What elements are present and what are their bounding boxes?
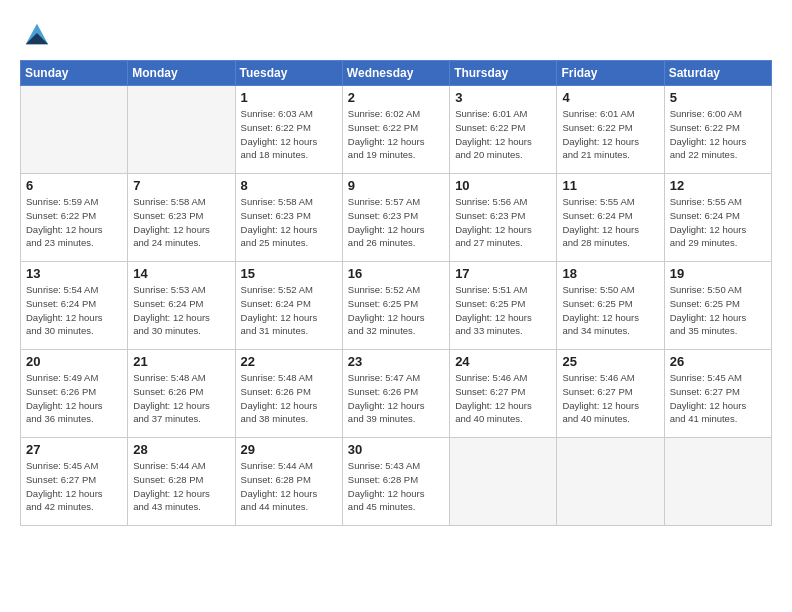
- day-number: 3: [455, 90, 552, 105]
- calendar-cell: 14Sunrise: 5:53 AM Sunset: 6:24 PM Dayli…: [128, 262, 235, 350]
- calendar-cell: 25Sunrise: 5:46 AM Sunset: 6:27 PM Dayli…: [557, 350, 664, 438]
- day-info: Sunrise: 5:47 AM Sunset: 6:26 PM Dayligh…: [348, 371, 445, 426]
- day-number: 19: [670, 266, 767, 281]
- calendar-weekday-wednesday: Wednesday: [342, 61, 449, 86]
- calendar-cell: 9Sunrise: 5:57 AM Sunset: 6:23 PM Daylig…: [342, 174, 449, 262]
- day-info: Sunrise: 5:52 AM Sunset: 6:24 PM Dayligh…: [241, 283, 338, 338]
- header: [20, 20, 772, 48]
- calendar-cell: 15Sunrise: 5:52 AM Sunset: 6:24 PM Dayli…: [235, 262, 342, 350]
- calendar-cell: 4Sunrise: 6:01 AM Sunset: 6:22 PM Daylig…: [557, 86, 664, 174]
- day-number: 15: [241, 266, 338, 281]
- day-number: 1: [241, 90, 338, 105]
- day-number: 26: [670, 354, 767, 369]
- calendar-cell: 21Sunrise: 5:48 AM Sunset: 6:26 PM Dayli…: [128, 350, 235, 438]
- day-number: 22: [241, 354, 338, 369]
- day-number: 13: [26, 266, 123, 281]
- day-number: 20: [26, 354, 123, 369]
- day-number: 5: [670, 90, 767, 105]
- calendar-cell: 26Sunrise: 5:45 AM Sunset: 6:27 PM Dayli…: [664, 350, 771, 438]
- calendar-cell: [21, 86, 128, 174]
- calendar-cell: 28Sunrise: 5:44 AM Sunset: 6:28 PM Dayli…: [128, 438, 235, 526]
- logo-icon: [22, 20, 50, 48]
- calendar-cell: 2Sunrise: 6:02 AM Sunset: 6:22 PM Daylig…: [342, 86, 449, 174]
- day-info: Sunrise: 6:01 AM Sunset: 6:22 PM Dayligh…: [562, 107, 659, 162]
- calendar-cell: [128, 86, 235, 174]
- day-number: 17: [455, 266, 552, 281]
- day-info: Sunrise: 6:00 AM Sunset: 6:22 PM Dayligh…: [670, 107, 767, 162]
- day-number: 7: [133, 178, 230, 193]
- day-info: Sunrise: 6:03 AM Sunset: 6:22 PM Dayligh…: [241, 107, 338, 162]
- day-number: 10: [455, 178, 552, 193]
- calendar-weekday-thursday: Thursday: [450, 61, 557, 86]
- day-info: Sunrise: 5:54 AM Sunset: 6:24 PM Dayligh…: [26, 283, 123, 338]
- day-info: Sunrise: 5:44 AM Sunset: 6:28 PM Dayligh…: [133, 459, 230, 514]
- calendar-cell: 29Sunrise: 5:44 AM Sunset: 6:28 PM Dayli…: [235, 438, 342, 526]
- calendar-cell: 13Sunrise: 5:54 AM Sunset: 6:24 PM Dayli…: [21, 262, 128, 350]
- day-info: Sunrise: 5:48 AM Sunset: 6:26 PM Dayligh…: [133, 371, 230, 426]
- day-number: 28: [133, 442, 230, 457]
- calendar-weekday-sunday: Sunday: [21, 61, 128, 86]
- day-info: Sunrise: 5:50 AM Sunset: 6:25 PM Dayligh…: [670, 283, 767, 338]
- calendar-cell: 16Sunrise: 5:52 AM Sunset: 6:25 PM Dayli…: [342, 262, 449, 350]
- day-number: 23: [348, 354, 445, 369]
- day-number: 14: [133, 266, 230, 281]
- day-info: Sunrise: 5:48 AM Sunset: 6:26 PM Dayligh…: [241, 371, 338, 426]
- day-number: 8: [241, 178, 338, 193]
- calendar-header-row: SundayMondayTuesdayWednesdayThursdayFrid…: [21, 61, 772, 86]
- calendar-weekday-saturday: Saturday: [664, 61, 771, 86]
- day-info: Sunrise: 5:52 AM Sunset: 6:25 PM Dayligh…: [348, 283, 445, 338]
- day-number: 25: [562, 354, 659, 369]
- calendar-cell: 18Sunrise: 5:50 AM Sunset: 6:25 PM Dayli…: [557, 262, 664, 350]
- calendar-week-row: 6Sunrise: 5:59 AM Sunset: 6:22 PM Daylig…: [21, 174, 772, 262]
- calendar-cell: 7Sunrise: 5:58 AM Sunset: 6:23 PM Daylig…: [128, 174, 235, 262]
- calendar-week-row: 27Sunrise: 5:45 AM Sunset: 6:27 PM Dayli…: [21, 438, 772, 526]
- day-number: 30: [348, 442, 445, 457]
- calendar-cell: 30Sunrise: 5:43 AM Sunset: 6:28 PM Dayli…: [342, 438, 449, 526]
- calendar-cell: 19Sunrise: 5:50 AM Sunset: 6:25 PM Dayli…: [664, 262, 771, 350]
- day-number: 11: [562, 178, 659, 193]
- day-info: Sunrise: 5:59 AM Sunset: 6:22 PM Dayligh…: [26, 195, 123, 250]
- calendar-cell: 6Sunrise: 5:59 AM Sunset: 6:22 PM Daylig…: [21, 174, 128, 262]
- calendar-cell: 17Sunrise: 5:51 AM Sunset: 6:25 PM Dayli…: [450, 262, 557, 350]
- day-number: 4: [562, 90, 659, 105]
- day-number: 12: [670, 178, 767, 193]
- day-info: Sunrise: 5:49 AM Sunset: 6:26 PM Dayligh…: [26, 371, 123, 426]
- calendar-cell: 5Sunrise: 6:00 AM Sunset: 6:22 PM Daylig…: [664, 86, 771, 174]
- page: SundayMondayTuesdayWednesdayThursdayFrid…: [0, 0, 792, 536]
- day-info: Sunrise: 5:50 AM Sunset: 6:25 PM Dayligh…: [562, 283, 659, 338]
- calendar-weekday-tuesday: Tuesday: [235, 61, 342, 86]
- calendar-cell: 11Sunrise: 5:55 AM Sunset: 6:24 PM Dayli…: [557, 174, 664, 262]
- calendar-cell: 12Sunrise: 5:55 AM Sunset: 6:24 PM Dayli…: [664, 174, 771, 262]
- day-info: Sunrise: 6:01 AM Sunset: 6:22 PM Dayligh…: [455, 107, 552, 162]
- day-number: 6: [26, 178, 123, 193]
- day-number: 18: [562, 266, 659, 281]
- day-info: Sunrise: 5:53 AM Sunset: 6:24 PM Dayligh…: [133, 283, 230, 338]
- calendar-cell: 27Sunrise: 5:45 AM Sunset: 6:27 PM Dayli…: [21, 438, 128, 526]
- calendar-cell: 23Sunrise: 5:47 AM Sunset: 6:26 PM Dayli…: [342, 350, 449, 438]
- calendar-cell: [450, 438, 557, 526]
- calendar-cell: 24Sunrise: 5:46 AM Sunset: 6:27 PM Dayli…: [450, 350, 557, 438]
- calendar-cell: 3Sunrise: 6:01 AM Sunset: 6:22 PM Daylig…: [450, 86, 557, 174]
- day-info: Sunrise: 5:55 AM Sunset: 6:24 PM Dayligh…: [670, 195, 767, 250]
- calendar-cell: 1Sunrise: 6:03 AM Sunset: 6:22 PM Daylig…: [235, 86, 342, 174]
- calendar-week-row: 13Sunrise: 5:54 AM Sunset: 6:24 PM Dayli…: [21, 262, 772, 350]
- day-number: 16: [348, 266, 445, 281]
- day-info: Sunrise: 5:46 AM Sunset: 6:27 PM Dayligh…: [562, 371, 659, 426]
- calendar-week-row: 1Sunrise: 6:03 AM Sunset: 6:22 PM Daylig…: [21, 86, 772, 174]
- day-info: Sunrise: 5:45 AM Sunset: 6:27 PM Dayligh…: [670, 371, 767, 426]
- calendar-cell: 22Sunrise: 5:48 AM Sunset: 6:26 PM Dayli…: [235, 350, 342, 438]
- day-info: Sunrise: 5:44 AM Sunset: 6:28 PM Dayligh…: [241, 459, 338, 514]
- calendar-cell: 8Sunrise: 5:58 AM Sunset: 6:23 PM Daylig…: [235, 174, 342, 262]
- calendar: SundayMondayTuesdayWednesdayThursdayFrid…: [20, 60, 772, 526]
- calendar-cell: [557, 438, 664, 526]
- day-number: 29: [241, 442, 338, 457]
- day-info: Sunrise: 5:57 AM Sunset: 6:23 PM Dayligh…: [348, 195, 445, 250]
- day-number: 21: [133, 354, 230, 369]
- calendar-weekday-monday: Monday: [128, 61, 235, 86]
- day-info: Sunrise: 6:02 AM Sunset: 6:22 PM Dayligh…: [348, 107, 445, 162]
- day-info: Sunrise: 5:51 AM Sunset: 6:25 PM Dayligh…: [455, 283, 552, 338]
- day-info: Sunrise: 5:45 AM Sunset: 6:27 PM Dayligh…: [26, 459, 123, 514]
- calendar-week-row: 20Sunrise: 5:49 AM Sunset: 6:26 PM Dayli…: [21, 350, 772, 438]
- day-number: 27: [26, 442, 123, 457]
- day-info: Sunrise: 5:43 AM Sunset: 6:28 PM Dayligh…: [348, 459, 445, 514]
